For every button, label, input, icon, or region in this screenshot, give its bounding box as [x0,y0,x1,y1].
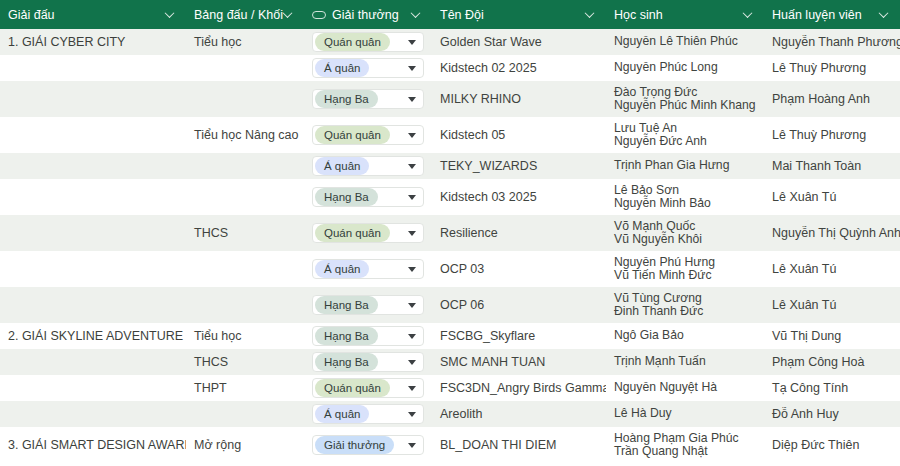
table-row: Hạng Ba OCP 06 Vũ Tùng CươngĐinh Thanh Đ… [0,287,900,323]
students-cell[interactable]: Lê Bảo SơnNguyễn Minh Bảo [606,184,764,211]
coach-cell[interactable]: Nguyễn Thị Quỳnh Anh [764,226,900,241]
students-cell[interactable]: Nguyễn Phú HưngVũ Tiến Minh Đức [606,256,764,283]
dropdown-caret-icon [408,267,416,272]
team-cell[interactable]: Golden Star Wave [432,35,606,50]
award-dropdown[interactable]: Giải thưởng [312,435,424,455]
coach-cell[interactable]: Nguyễn Thanh Phương [764,35,900,50]
coach-cell[interactable]: Diệp Đức Thiên [764,438,900,453]
award-dropdown[interactable]: Quán quân [312,32,424,52]
team-cell[interactable]: SMC MANH TUAN [432,355,606,370]
team-cell[interactable]: OCP 03 [432,262,606,277]
students-cell[interactable]: Nguyễn Lê Thiên Phúc [606,35,764,49]
division-cell[interactable]: Tiểu học [186,35,304,50]
students-cell[interactable]: Vũ Tùng CươngĐinh Thanh Đức [606,292,764,319]
award-dropdown[interactable]: Quán quân [312,223,424,243]
coach-cell[interactable]: Lê Thuỳ Phương [764,61,900,76]
students-cell[interactable]: Đào Trọng ĐứcNguyễn Phúc Minh Khang [606,86,764,113]
award-cell: Hạng Ba [304,187,432,207]
students-cell[interactable]: Trịnh Mạnh Tuấn [606,355,764,369]
dropdown-caret-icon [408,133,416,138]
team-cell[interactable]: Resilience [432,226,606,241]
award-dropdown[interactable]: Quán quân [312,125,424,145]
chevron-down-icon[interactable] [879,8,889,18]
team-cell[interactable]: Areolith [432,407,606,422]
division-cell[interactable]: THPT [186,381,304,396]
column-header-giai-thuong[interactable]: Giải thưởng [304,0,432,29]
division-cell[interactable]: Tiểu học Nâng cao [186,128,304,143]
division-cell[interactable]: THCS [186,355,304,370]
table-row: 2. GIẢI SKYLINE ADVENTURE Tiểu học Hạng … [0,323,900,349]
team-cell[interactable]: FSCBG_Skyflare [432,329,606,344]
coach-cell[interactable]: Lê Thuỳ Phương [764,128,900,143]
coach-cell[interactable]: Phạm Công Hoà [764,355,900,370]
coach-cell[interactable]: Vũ Thị Dung [764,329,900,344]
table-row: Á quân OCP 03 Nguyễn Phú HưngVũ Tiến Min… [0,251,900,287]
coach-cell[interactable]: Phạm Hoàng Anh [764,92,900,107]
chevron-down-icon[interactable] [283,8,293,18]
coach-cell[interactable]: Đỗ Anh Huy [764,407,900,422]
division-cell[interactable]: Tiểu học [186,329,304,344]
award-cell: Hạng Ba [304,352,432,372]
award-cell: Quán quân [304,125,432,145]
dropdown-caret-icon [408,386,416,391]
award-dropdown[interactable]: Á quân [312,259,424,279]
chevron-down-icon[interactable] [165,8,175,18]
students-cell[interactable]: Nguyễn Phúc Long [606,61,764,75]
team-cell[interactable]: OCP 06 [432,298,606,313]
dropdown-caret-icon [408,360,416,365]
award-pill: Á quân [315,157,369,175]
award-pill: Quán quân [315,224,390,242]
division-cell[interactable]: Mở rộng [186,438,304,453]
students-cell[interactable]: Hoàng Phạm Gia PhúcTrần Quang Nhật [606,432,764,459]
chevron-down-icon[interactable] [411,8,421,18]
tournament-cell[interactable]: 3. GIẢI SMART DESIGN AWARD [0,438,186,453]
students-cell[interactable]: Lê Hà Duy [606,407,764,421]
division-cell[interactable]: THCS [186,226,304,241]
students-cell[interactable]: Lưu Tuệ AnNguyễn Đức Anh [606,122,764,149]
team-cell[interactable]: BL_DOAN THI DIEM [432,438,606,453]
dropdown-caret-icon [408,164,416,169]
dropdown-caret-icon [408,443,416,448]
award-dropdown[interactable]: Hạng Ba [312,326,424,346]
tournament-cell[interactable]: 2. GIẢI SKYLINE ADVENTURE [0,329,186,344]
dropdown-caret-icon [408,334,416,339]
column-header-giai-dau[interactable]: Giải đấu [0,0,186,29]
award-cell: Á quân [304,259,432,279]
team-cell[interactable]: Kidstech 05 [432,128,606,143]
award-dropdown[interactable]: Quán quân [312,378,424,398]
tournament-cell[interactable]: 1. GIẢI CYBER CITY [0,35,186,50]
award-cell: Quán quân [304,32,432,52]
team-cell[interactable]: MILKY RHINO [432,92,606,107]
award-dropdown[interactable]: Hạng Ba [312,295,424,315]
column-header-huan-luyen-vien[interactable]: Huấn luyện viên [764,0,900,29]
team-cell[interactable]: TEKY_WIZARDS [432,159,606,174]
award-dropdown[interactable]: Hạng Ba [312,187,424,207]
coach-cell[interactable]: Mai Thanh Toàn [764,159,900,174]
students-cell[interactable]: Trịnh Phan Gia Hưng [606,159,764,173]
chevron-down-icon[interactable] [585,8,595,18]
students-cell[interactable]: Ngô Gia Bảo [606,329,764,343]
coach-cell[interactable]: Tạ Công Tính [764,381,900,396]
students-cell[interactable]: Nguyễn Nguyệt Hà [606,381,764,395]
award-cell: Á quân [304,58,432,78]
column-header-hoc-sinh[interactable]: Học sinh [606,0,764,29]
team-cell[interactable]: Kidstech 02 2025 [432,61,606,76]
dropdown-caret-icon [408,66,416,71]
table-row: Tiểu học Nâng cao Quán quân Kidstech 05 … [0,117,900,153]
column-header-bang-dau-khoi[interactable]: Bảng đấu / Khối [186,0,304,29]
coach-cell[interactable]: Lê Xuân Tú [764,262,900,277]
award-dropdown[interactable]: Hạng Ba [312,89,424,109]
chevron-down-icon[interactable] [743,8,753,18]
coach-cell[interactable]: Lê Xuân Tú [764,298,900,313]
column-header-ten-doi[interactable]: Tên Đội [432,0,606,29]
team-cell[interactable]: Kidstech 03 2025 [432,190,606,205]
award-dropdown[interactable]: Hạng Ba [312,352,424,372]
coach-cell[interactable]: Lê Xuân Tú [764,190,900,205]
award-dropdown[interactable]: Á quân [312,58,424,78]
award-dropdown[interactable]: Á quân [312,156,424,176]
award-cell: Giải thưởng [304,435,432,455]
table-row: Á quân Kidstech 02 2025 Nguyễn Phúc Long… [0,55,900,81]
team-cell[interactable]: FSC3DN_Angry Birds Gamma [432,381,606,396]
students-cell[interactable]: Võ Mạnh QuốcVũ Nguyễn Khôi [606,220,764,247]
award-dropdown[interactable]: Á quân [312,404,424,424]
